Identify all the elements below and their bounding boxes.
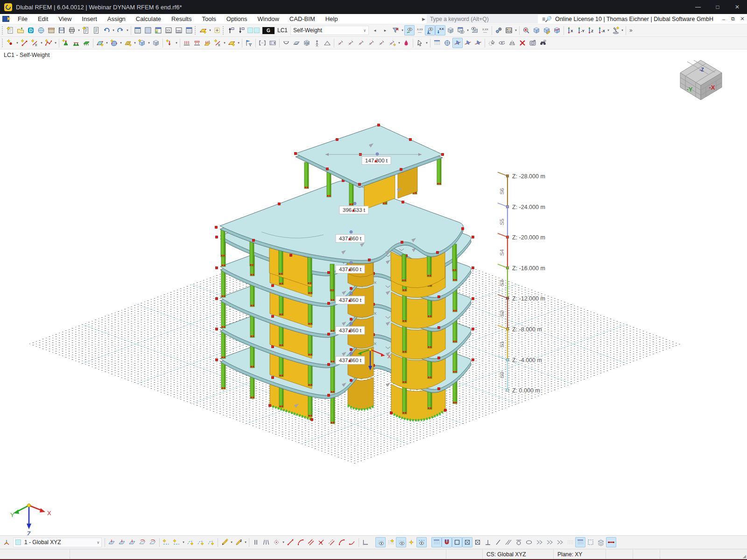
coordinate-system-select[interactable]: 1 - Global XYZ∨ [13,538,102,547]
input-mode-button[interactable]: 2 [233,537,244,547]
toolbar-drag-handle[interactable] [2,26,4,35]
set-workplane-xz-button[interactable] [117,537,127,547]
menu-edit[interactable]: Edit [33,14,53,24]
window-close-button[interactable]: ✕ [727,0,747,14]
show-snap-grid-button[interactable] [396,537,406,547]
dlubal-center-button[interactable]: D [26,25,36,35]
tables-button[interactable] [133,25,143,35]
calculate-all-button[interactable] [504,25,514,35]
import-loads-button[interactable] [226,25,236,35]
show-results-button[interactable] [425,25,435,35]
redo-button[interactable] [115,25,126,35]
new-surface-load-button[interactable] [202,38,212,48]
snap-extension-button[interactable] [534,537,544,547]
menu-assign[interactable]: Assign [102,14,131,24]
show-max-values-button[interactable]: X.XX [480,25,490,35]
color-drop-button[interactable] [401,38,411,48]
new-surface-button[interactable] [95,38,105,48]
show-grid-button[interactable] [432,38,442,48]
new-nodal-load-dropdown-icon[interactable]: ▾ [175,38,178,48]
clipping-animation-button[interactable] [268,38,278,48]
menu-results[interactable]: Results [166,14,197,24]
snap-parallel-button[interactable] [503,537,514,547]
mdi-close-button[interactable]: ✕ [738,14,747,24]
clipping-box-button[interactable] [257,38,268,48]
walk-through-button[interactable] [312,38,322,48]
perspective-view-button[interactable] [552,25,562,35]
new-dimension-dropdown-icon[interactable]: ▾ [397,38,401,48]
rotate-workplane-button[interactable] [137,537,148,547]
filter-loads-dropdown-icon[interactable]: ▾ [401,25,404,35]
new-block-button[interactable] [137,38,147,48]
result-visibility-dropdown-icon[interactable]: ▾ [466,25,470,35]
snap-background-button[interactable] [431,537,442,547]
screenshot-settings-button[interactable] [528,38,538,48]
show-guidelines-button[interactable] [416,537,427,547]
edit-surface-button[interactable] [198,25,208,35]
menu-file[interactable]: File [13,14,33,24]
menu-cad-bim[interactable]: CAD-BIM [284,14,320,24]
view-in-minus-x-button[interactable]: -X [596,25,606,35]
new-free-load-button[interactable] [212,38,223,48]
toolbar-overflow-button[interactable]: » [629,27,633,34]
draw-spline-button[interactable] [337,537,347,547]
mirror-view-button[interactable] [507,38,517,48]
visibility-filter-button[interactable] [244,38,254,48]
new-printout-report-button[interactable] [81,25,91,35]
layers-button[interactable] [596,537,606,547]
isometric-view-button[interactable] [531,25,542,35]
export-loads-button[interactable] [236,25,247,35]
orbit-view-button[interactable] [497,38,507,48]
new-node-dropdown-icon[interactable]: ▾ [15,38,19,48]
ortho-mode-button[interactable] [360,537,371,547]
edit-surface-dropdown-icon[interactable]: ▾ [208,25,212,35]
undo-button[interactable] [101,25,112,35]
view-in-minus-x-dropdown-icon[interactable]: ▾ [606,25,610,35]
calculation-settings-button[interactable] [493,25,504,35]
new-line-support-button[interactable] [71,38,81,48]
snap-center-button[interactable] [514,537,524,547]
new-guideline-offset-button[interactable] [171,537,182,547]
snap-grid-button[interactable] [386,537,396,547]
result-diagrams-button[interactable] [281,38,291,48]
new-solid-dropdown-icon[interactable]: ▾ [119,38,123,48]
print-button[interactable] [67,25,77,35]
result-visibility-button[interactable] [456,25,466,35]
render-results-button[interactable] [445,25,456,35]
input-mode-dropdown-icon[interactable]: ▾ [244,537,247,547]
line-grid-button[interactable] [251,537,261,547]
coordinate-system-icon-button[interactable] [1,537,12,547]
snap-magnet-button[interactable] [442,537,452,547]
new-solid-button[interactable] [109,38,119,48]
snap-settings-button[interactable] [442,38,452,48]
view-in-z-button[interactable]: Z [586,25,596,35]
display-properties-dropdown-icon[interactable]: ▾ [620,25,624,35]
redo-dropdown-icon[interactable]: ▾ [126,25,129,35]
zoom-reset-button[interactable] [521,25,531,35]
draw-node-button[interactable] [347,537,357,547]
keyword-search-input[interactable]: Type a keyword (Alt+Q) [427,14,538,23]
new-guideline-offset-dropdown-icon[interactable]: ▾ [182,537,185,547]
new-member-load-button[interactable] [182,38,192,48]
work-plane-xz-button[interactable] [473,38,483,48]
new-line-button[interactable] [19,38,29,48]
new-opening-dropdown-icon[interactable]: ▾ [133,38,137,48]
snap-endpoints-button[interactable] [452,537,462,547]
load-case-select[interactable]: Self-Weight∨ [290,26,369,35]
menu-view[interactable]: View [53,14,77,24]
new-cut-button[interactable] [151,38,161,48]
snap-nearest-button[interactable] [472,537,483,547]
snap-tangent-button[interactable] [493,537,503,547]
new-load-on-plane-dropdown-icon[interactable]: ▾ [237,38,240,48]
new-surface-support-button[interactable] [81,38,92,48]
calculate-all-dropdown-icon[interactable]: ▾ [514,25,518,35]
mdi-minimize-button[interactable]: ‒ [719,14,728,24]
cancel-mode-button[interactable] [517,38,528,48]
snap-quadrant-button[interactable] [544,537,555,547]
navigation-cube[interactable]: -Y -X -Z [680,60,722,100]
toolbar-drag-handle[interactable] [2,39,4,47]
edit-tables-button[interactable] [143,25,153,35]
open-model-button[interactable] [15,25,26,35]
draw-arc-button[interactable] [296,537,306,547]
view-in-x-button[interactable]: X [565,25,576,35]
